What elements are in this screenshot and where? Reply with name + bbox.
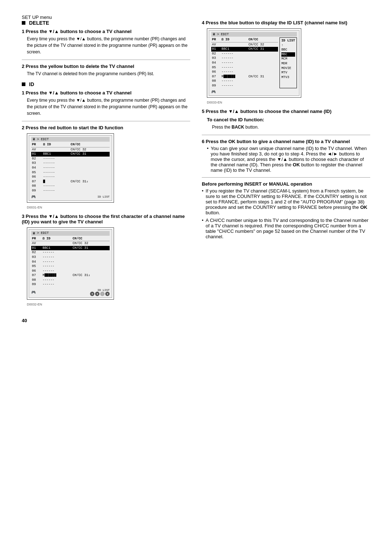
screen2-diag: D0032-EN (27, 303, 190, 306)
table-row: AV CH/CC 32 (211, 42, 278, 47)
main-content: DELETE 1 Press the ▼/▲ buttons to choose… (22, 20, 370, 311)
table-row: 02------ (31, 157, 110, 161)
divider-2 (22, 121, 190, 121)
table-row: AV CH/CC 32 (31, 241, 110, 246)
table-row: 08------ (31, 278, 110, 283)
screen3-controls: 🎮 (211, 90, 297, 94)
table-row: 06------ (31, 175, 110, 179)
screen3-table: PR Ω ID CH/CC AV CH/CC 32 01 (211, 37, 278, 88)
left-column: DELETE 1 Press the ▼/▲ buttons to choose… (22, 20, 190, 311)
screen3-id-list: ID LIST ↑ BBC MBC MCM MDR MOVIE MTV MTV3 (279, 37, 297, 88)
delete-section-title: DELETE (22, 20, 190, 26)
table-row: 05------ (31, 170, 110, 175)
divider-4 (202, 177, 370, 178)
step6-bullet-1: • You can give your own unique channel n… (207, 146, 370, 173)
table-row: 08------ (211, 79, 278, 84)
table-row: 08------ (31, 184, 110, 189)
delete-step-2: 2 Press the yellow button to delete the … (22, 64, 190, 77)
screen3-diag: D0033-EN (207, 101, 370, 104)
right-step-4: 4 Press the blue button to display the I… (202, 20, 370, 104)
table-row: 07M██████CH/CC 31₂ (31, 273, 110, 278)
table-row: 03------ (31, 161, 110, 166)
right-column: 4 Press the blue button to display the I… (202, 20, 370, 311)
screen3-icon: 🖥 (212, 32, 216, 36)
table-row: 01 BBC1 CH/CC 31 (211, 47, 278, 52)
screen1-nav-icon: 🎮 (31, 195, 36, 199)
screen1-table: PR Ω ID CH/CC AV CH/CC 32 01 BBC1 C (31, 142, 110, 193)
screen1-controls: 🎮 ID LIST (31, 195, 110, 199)
screen-3: 🖥 > EDIT PR Ω ID CH/CC AV (207, 28, 301, 98)
id-section-title: ID (22, 81, 190, 87)
table-row: 01 BBC1 CH/CC 31 (31, 246, 110, 251)
before-bullet-1: • If you register the TV channel (SECAM-… (202, 188, 370, 215)
screen2-table: PR Ω ID CH/CC AV CH/CC 32 01 BBC1 C (31, 236, 110, 287)
divider-3 (202, 135, 370, 135)
delete-square-icon (22, 21, 25, 25)
table-row: 04------ (211, 61, 278, 65)
screen2-nav-icon: 🎮 (31, 290, 36, 295)
table-row: 09------ (31, 189, 110, 193)
screen2-icon: 🖥 (32, 231, 36, 235)
table-row: 07█CH/CC 31₂ (31, 179, 110, 184)
screen-1: 🖥 > EDIT PR Ω ID CH/CC AV CH/CC 32 (27, 133, 114, 203)
table-row: 02------ (211, 52, 278, 56)
screen2-top-bar: 🖥 > EDIT (31, 231, 110, 236)
table-row: 09------ (31, 282, 110, 287)
table-row: PR Ω ID CH/CC (211, 37, 278, 42)
divider-1 (22, 60, 190, 60)
right-step-5: 5 Press the ▼/▲ buttons to choose the ch… (202, 109, 370, 130)
before-section: Before performing INSERT or MANUAL opera… (202, 181, 370, 239)
screen1-icon: 🖥 (32, 137, 36, 141)
screen3-nav-icon: 🎮 (211, 90, 216, 94)
screen-2: 🖥 > EDIT PR Ω ID CH/CC AV CH/CC 32 (27, 227, 114, 300)
before-bullet-2: • A CH/CC number unique to this TV and c… (202, 218, 370, 239)
table-row: 05------ (211, 65, 278, 70)
table-row: 04------ (31, 260, 110, 264)
screen1-diag: D0031-EN (27, 206, 190, 209)
table-row: AV CH/CC 32 (31, 147, 110, 152)
table-row: 01 BBC1 CH/CC 31 (31, 152, 110, 157)
table-row: 03------ (31, 255, 110, 260)
delete-step-1: 1 Press the ▼/▲ buttons to choose a TV c… (22, 29, 190, 55)
id-step-1: 1 Press the ▼/▲ buttons to choose a TV c… (22, 90, 190, 117)
screen2-controls: 🎮 ID LIST ● ● ○ ● (31, 288, 110, 296)
table-row: 04------ (31, 166, 110, 170)
table-row: 06------ (31, 269, 110, 274)
id-step-3: 3 Press the ▼/▲ buttons to choose the fi… (22, 214, 190, 307)
table-row: PR Ω ID CH/CC (31, 142, 110, 147)
table-row: 07M██████CH/CC 31 (211, 74, 278, 79)
id-square-icon (22, 82, 25, 86)
table-row: 02------ (31, 250, 110, 255)
page-header: SET UP menu (22, 15, 370, 20)
screen3-top-bar: 🖥 > EDIT (211, 32, 297, 37)
table-row: 09------ (211, 84, 278, 88)
screen1-top-bar: 🖥 > EDIT (31, 137, 110, 142)
id-step-2: 2 Press the red button to start the ID f… (22, 125, 190, 209)
page-number: 40 (22, 318, 370, 323)
table-row: 05------ (31, 264, 110, 269)
cancel-id-subsection: To cancel the ID function: Press the BAC… (207, 117, 370, 130)
table-row: PR Ω ID CH/CC (31, 236, 110, 241)
table-row: 03------ (211, 56, 278, 61)
screen2-buttons: ● ● ○ ● (90, 292, 110, 296)
table-row: 06------ (211, 70, 278, 74)
right-step-6: 6 Press the OK button to give a channel … (202, 139, 370, 173)
